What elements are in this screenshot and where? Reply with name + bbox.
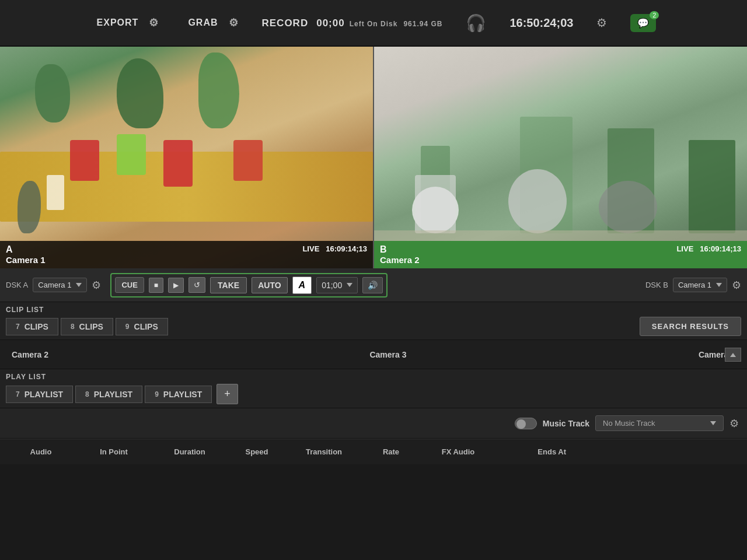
grab-gear-icon[interactable]: ⚙: [229, 16, 239, 29]
camera-3-label: Camera 3: [187, 350, 589, 359]
pane-a-source: Camera 1: [6, 255, 46, 265]
clip-tabs: 7 CLIPS 8 CLIPS 9 CLIPS SEARCH RESULTS: [6, 317, 741, 336]
col-duration: Duration: [152, 447, 228, 456]
preview-area: A LIVE 16:09:14;13 Camera 1: [0, 47, 747, 268]
record-section: RECORD 00;00 Left On Disk 961.94 GB: [262, 17, 443, 29]
col-inpoint: In Point: [76, 447, 152, 456]
pane-b-source: Camera 2: [380, 255, 420, 265]
stop-button[interactable]: ■: [149, 278, 163, 293]
a-button[interactable]: A: [292, 276, 312, 294]
chat-button[interactable]: 💬 2: [630, 14, 656, 32]
scroll-up-button[interactable]: [725, 348, 741, 362]
preview-label-a: A LIVE 16:09:14;13 Camera 1: [0, 241, 373, 268]
scroll-up-icon: [730, 351, 736, 359]
clip-tab-8[interactable]: 8 CLIPS: [61, 318, 113, 335]
pane-b-letter: B: [380, 244, 387, 255]
col-endsat: Ends At: [496, 447, 572, 456]
music-bar: Music Track No Music Track ⚙: [0, 408, 747, 439]
playlist-tab-7[interactable]: 7 PLAYLIST: [6, 386, 73, 403]
preview-pane-a: A LIVE 16:09:14;13 Camera 1: [0, 47, 374, 268]
headphone-icon[interactable]: 🎧: [466, 13, 486, 33]
col-rate: Rate: [362, 447, 420, 456]
camera-4-label: Camera 4: [589, 350, 735, 359]
pane-a-time: 16:09:14;13: [326, 244, 367, 253]
playlist-tabs: 7 PLAYLIST 8 PLAYLIST 9 PLAYLIST +: [6, 384, 741, 404]
play-button[interactable]: ▶: [168, 278, 184, 293]
camera-feed-b: [374, 47, 747, 268]
music-track-select[interactable]: No Music Track: [595, 415, 724, 431]
timecode: 16:50:24;03: [509, 16, 573, 30]
pane-b-time: 16:09:14;13: [700, 244, 741, 253]
dsk-a-cam-select[interactable]: Camera 1: [33, 278, 87, 292]
col-transition: Transition: [286, 447, 362, 456]
time-dropdown-icon: [347, 283, 352, 287]
col-audio: Audio: [6, 447, 76, 456]
col-fxaudio: FX Audio: [420, 447, 496, 456]
add-playlist-button[interactable]: +: [217, 384, 238, 404]
music-track-label: Music Track: [543, 419, 589, 428]
dsk-a-label: DSK A: [6, 281, 28, 289]
volume-button[interactable]: 🔊: [362, 277, 383, 293]
grab-label[interactable]: GRAB: [182, 15, 224, 31]
loop-button[interactable]: ↺: [189, 277, 205, 293]
record-label: RECORD: [262, 18, 309, 29]
cue-button[interactable]: CUE: [115, 277, 144, 293]
music-track-value: No Music Track: [603, 419, 655, 428]
pane-a-status-time: LIVE 16:09:14;13: [302, 244, 367, 255]
playlist-label: PLAY LIST: [6, 373, 741, 381]
music-toggle-knob: [516, 419, 526, 429]
time-display: 01;00: [316, 277, 358, 293]
camera-row: Camera 2 Camera 3 Camera 4: [0, 340, 747, 369]
clip-tab-7[interactable]: 7 CLIPS: [6, 318, 58, 335]
pane-b-status: LIVE: [676, 244, 693, 253]
camera-2-label: Camera 2: [12, 350, 187, 359]
music-gear-icon[interactable]: ⚙: [729, 417, 739, 430]
dsk-a-gear-icon[interactable]: ⚙: [92, 279, 101, 292]
search-results-button[interactable]: SEARCH RESULTS: [640, 317, 741, 336]
time-value: 01;00: [322, 281, 342, 290]
export-label[interactable]: EXPORT: [91, 15, 145, 31]
pane-a-letter: A: [6, 244, 13, 255]
table-header: Audio In Point Duration Speed Transition…: [0, 439, 747, 464]
preview-pane-b: B LIVE 16:09:14;13 Camera 2: [374, 47, 747, 268]
clip-list-label: CLIP LIST: [6, 306, 741, 314]
dsk-b-dropdown-icon: [716, 283, 722, 287]
disk-label: Left On Disk: [350, 20, 398, 28]
export-section: EXPORT ⚙: [91, 15, 159, 31]
pane-a-status: LIVE: [302, 244, 319, 253]
cue-section: CUE ■ ▶ ↺ TAKE AUTO A 01;00 🔊: [110, 273, 388, 298]
dsk-a-dropdown-icon: [76, 283, 82, 287]
grab-section: GRAB ⚙: [182, 15, 238, 31]
controls-bar: DSK A Camera 1 ⚙ CUE ■ ▶ ↺ TAKE AUTO A 0…: [0, 268, 747, 302]
take-button[interactable]: TAKE: [210, 277, 247, 293]
timecode-gear-icon[interactable]: ⚙: [596, 16, 607, 30]
auto-button[interactable]: AUTO: [252, 277, 287, 293]
pane-b-status-time: LIVE 16:09:14;13: [676, 244, 741, 255]
dsk-b-gear-icon[interactable]: ⚙: [732, 279, 741, 292]
clip-list-section: CLIP LIST 7 CLIPS 8 CLIPS 9 CLIPS SEARCH…: [0, 302, 747, 340]
disk-space: 961.94 GB: [403, 20, 442, 28]
col-speed: Speed: [228, 447, 286, 456]
preview-label-b: B LIVE 16:09:14;13 Camera 2: [374, 241, 747, 268]
playlist-tab-9[interactable]: 9 PLAYLIST: [145, 386, 212, 403]
playlist-section: PLAY LIST 7 PLAYLIST 8 PLAYLIST 9 PLAYLI…: [0, 369, 747, 408]
playlist-tab-8[interactable]: 8 PLAYLIST: [75, 386, 142, 403]
camera-feed-a: [0, 47, 373, 268]
record-time: 00;00: [316, 18, 344, 29]
export-gear-icon[interactable]: ⚙: [149, 16, 159, 29]
dsk-b-cam-select[interactable]: Camera 1: [673, 278, 727, 292]
top-bar: EXPORT ⚙ GRAB ⚙ RECORD 00;00 Left On Dis…: [0, 0, 747, 47]
chat-badge: 2: [650, 11, 659, 19]
clip-tab-9[interactable]: 9 CLIPS: [116, 318, 168, 335]
music-track-dropdown-icon: [710, 421, 716, 425]
dsk-b-label: DSK B: [645, 281, 668, 289]
music-toggle[interactable]: [515, 418, 537, 429]
